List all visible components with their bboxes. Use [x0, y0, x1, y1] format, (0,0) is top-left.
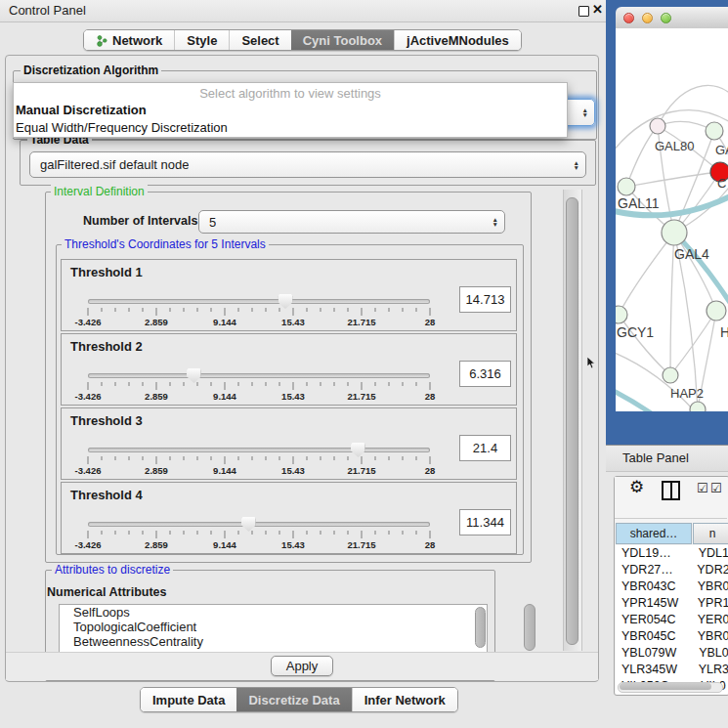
- threshold-value-field[interactable]: 6.316: [459, 361, 511, 387]
- tab-label: Style: [187, 33, 217, 48]
- table-row[interactable]: YPR145WYPR1: [616, 596, 728, 613]
- network-node[interactable]: [650, 118, 665, 134]
- combo-arrows-icon: ▲▼: [492, 217, 498, 227]
- num-intervals-label: Number of Intervals: [83, 214, 197, 228]
- tab-cyni-toolbox[interactable]: Cyni Toolbox: [291, 30, 394, 50]
- checkbox-icon[interactable]: ☑: [710, 481, 722, 495]
- slider-ticks: [88, 456, 430, 465]
- num-intervals-combo[interactable]: 5 ▲▼: [198, 210, 505, 234]
- attribute-list-item[interactable]: TopologicalCoefficient: [60, 620, 487, 634]
- attribute-list-item[interactable]: BetweennessCentrality: [60, 634, 487, 649]
- panel-title: Control Panel: [9, 3, 86, 18]
- tab-jactivemnodules[interactable]: jActiveMNodules: [394, 30, 521, 50]
- slider-track[interactable]: [88, 522, 430, 527]
- combo-arrows-icon: ▲▼: [582, 107, 588, 117]
- slider-thumb[interactable]: [187, 368, 201, 383]
- tab-impute-data[interactable]: Impute Data: [141, 688, 236, 711]
- top-tabbar: NetworkStyleSelectCyni ToolboxjActiveMNo…: [83, 29, 522, 51]
- network-node[interactable]: [662, 220, 687, 245]
- table-toolbar: ⚙ ☑ ☑: [615, 477, 727, 519]
- tab-label: Impute Data: [152, 693, 225, 707]
- network-node[interactable]: [707, 301, 726, 321]
- threshold-panel: Threshold 321.4-3.4262.8599.14415.4321.7…: [61, 407, 517, 480]
- slider-thumb[interactable]: [241, 517, 256, 532]
- threshold-slider[interactable]: -3.4262.8599.14415.4321.71528: [88, 518, 430, 551]
- mouse-cursor: [587, 356, 597, 373]
- threshold-value-field[interactable]: 11.344: [459, 509, 511, 535]
- tab-discretize-data[interactable]: Discretize Data: [236, 688, 351, 711]
- table-row[interactable]: YLR345WYLR3: [616, 663, 728, 679]
- minimize-traffic-light-icon[interactable]: [642, 13, 653, 23]
- column-header[interactable]: n: [693, 523, 728, 544]
- column-header[interactable]: shared…: [616, 523, 692, 544]
- table-panel-header: Table Panel: [606, 445, 728, 472]
- network-icon: [96, 34, 107, 47]
- table-cell: YLR3: [695, 663, 728, 679]
- tab-style[interactable]: Style: [174, 30, 229, 50]
- network-window-titlebar[interactable]: [616, 7, 728, 29]
- table-cell: YBL079W: [616, 646, 695, 663]
- zoom-traffic-light-icon[interactable]: [661, 13, 671, 23]
- table-data-combo-value: galFiltered.sif default node: [30, 157, 189, 172]
- screen: Control Panel ✕ NetworkStyleSelectCyni T…: [0, 0, 728, 728]
- float-window-icon[interactable]: [578, 6, 589, 17]
- node-label: GA: [715, 143, 728, 157]
- close-icon[interactable]: ✕: [592, 2, 603, 17]
- slider-track[interactable]: [88, 448, 430, 452]
- threshold-panels: Threshold 114.713-3.4262.8599.14415.4321…: [61, 259, 517, 556]
- threshold-slider[interactable]: -3.4262.8599.14415.4321.71528: [88, 444, 430, 477]
- combo-arrows-icon: ▲▼: [574, 160, 579, 170]
- table-cell: YDL1: [695, 546, 728, 563]
- gear-icon[interactable]: ⚙: [629, 477, 644, 497]
- network-node[interactable]: [618, 178, 635, 195]
- table-row[interactable]: YBR045CYBR0: [616, 629, 728, 646]
- tab-infer-network[interactable]: Infer Network: [352, 688, 457, 711]
- node-label: H: [720, 324, 728, 340]
- attributes-list-scrollbar[interactable]: [475, 607, 486, 648]
- tab-label: Select: [241, 33, 278, 48]
- thresholds-group-title: Threshold's Coordinates for 5 Intervals: [62, 237, 269, 251]
- slider-thumb[interactable]: [278, 294, 293, 309]
- network-node[interactable]: [616, 306, 627, 323]
- slider-scale-labels: -3.4262.8599.14415.4321.71528: [88, 391, 430, 402]
- table-row[interactable]: YDL19…YDL1: [616, 546, 728, 563]
- inner-scrollbar[interactable]: [524, 604, 535, 651]
- node-label: GCY1: [617, 324, 654, 340]
- network-node[interactable]: [663, 367, 678, 383]
- table-cell: YPR1: [694, 596, 728, 613]
- slider-track[interactable]: [88, 299, 430, 304]
- threshold-value-field[interactable]: 14.713: [459, 286, 511, 313]
- table-cell: YBR045C: [616, 629, 694, 646]
- table-row[interactable]: YER054CYER0: [616, 613, 728, 629]
- apply-button[interactable]: Apply: [271, 656, 334, 676]
- table-hscrollbar-track[interactable]: [618, 682, 723, 693]
- threshold-slider[interactable]: -3.4262.8599.14415.4321.71528: [88, 295, 430, 328]
- table-hscrollbar-thumb[interactable]: [620, 683, 711, 690]
- tab-select[interactable]: Select: [229, 30, 290, 50]
- apply-bar: Apply: [6, 652, 598, 680]
- threshold-value-field[interactable]: 21.4: [459, 435, 511, 461]
- network-node[interactable]: [690, 402, 706, 411]
- network-node[interactable]: [706, 122, 723, 140]
- attribute-list-item[interactable]: SelfLoops: [60, 605, 487, 620]
- threshold-label: Threshold 2: [70, 339, 143, 354]
- attributes-list[interactable]: SelfLoopsTopologicalCoefficientBetweenne…: [59, 604, 488, 654]
- content-scrollbar-thumb[interactable]: [566, 197, 578, 645]
- algorithm-group-title: Discretization Algorithm: [21, 64, 161, 77]
- columns-icon[interactable]: [662, 481, 680, 500]
- table-row[interactable]: YBL079WYBL0: [616, 646, 728, 663]
- dropdown-item[interactable]: Equal Width/Frequency Discretization: [14, 119, 567, 137]
- table-data-combo[interactable]: galFiltered.sif default node ▲▼: [29, 151, 586, 178]
- dropdown-item[interactable]: Manual Discretization: [14, 102, 567, 119]
- tab-label: Discretize Data: [248, 693, 339, 707]
- threshold-panel: Threshold 411.344-3.4262.8599.14415.4321…: [61, 482, 517, 554]
- checkbox-icon[interactable]: ☑: [697, 481, 708, 495]
- close-traffic-light-icon[interactable]: [623, 13, 634, 23]
- threshold-slider[interactable]: -3.4262.8599.14415.4321.71528: [88, 369, 430, 403]
- network-canvas[interactable]: GAL80GACGAL11GAL4GCY1HHAP2: [616, 28, 728, 411]
- slider-track[interactable]: [88, 373, 430, 378]
- table-row[interactable]: YDR27…YDR2: [616, 563, 728, 579]
- slider-thumb[interactable]: [351, 443, 365, 457]
- tab-network[interactable]: Network: [84, 30, 174, 50]
- table-row[interactable]: YBR043CYBR0: [616, 579, 728, 596]
